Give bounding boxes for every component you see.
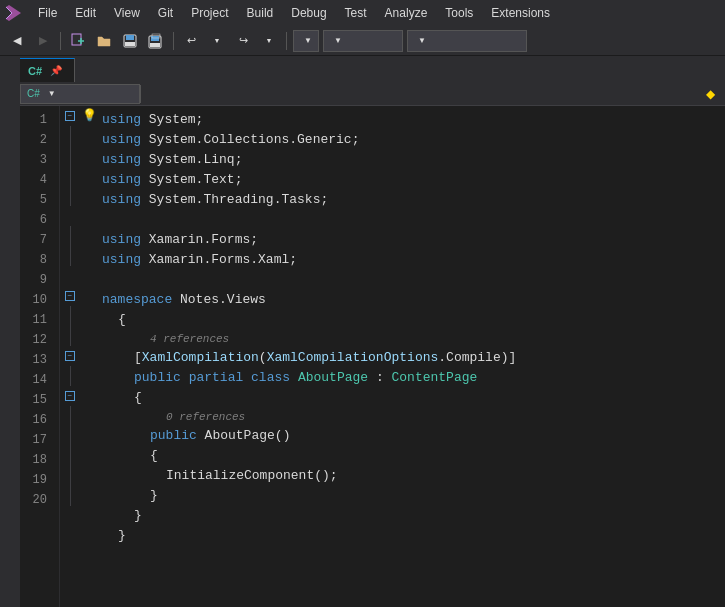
code-line-12[interactable]: [XamlCompilation(XamlCompilationOptions.… (98, 348, 725, 368)
undo-dropdown[interactable]: ▼ (206, 30, 228, 52)
gutter-cell-13[interactable]: − (60, 346, 80, 366)
code-line-8[interactable]: using Xamarin.Forms.Xaml; (98, 250, 725, 270)
token: Notes.Views (172, 290, 266, 310)
code-line-19[interactable]: } (98, 506, 725, 526)
token: } (150, 486, 158, 506)
nav-type-arrow: ▼ (48, 89, 56, 98)
code-line-4[interactable]: using System.Text; (98, 170, 725, 190)
line-group-15: 0 referencespublic AboutPage() (98, 408, 725, 446)
code-line-14[interactable]: { (98, 388, 725, 408)
gutter-line-18 (70, 446, 71, 466)
gutter-cell-20 (60, 486, 80, 506)
bulb-cell-17 (80, 426, 98, 446)
redo-dropdown[interactable]: ▼ (258, 30, 280, 52)
line-number-11: 11 (24, 310, 51, 330)
menu-item-file[interactable]: File (30, 0, 65, 26)
menu-item-debug[interactable]: Debug (283, 0, 334, 26)
line-number-14: 14 (24, 370, 51, 390)
bulb-cell-19 (80, 466, 98, 486)
save-all-button[interactable] (145, 30, 167, 52)
toolbox-sidebar[interactable] (0, 56, 20, 607)
gutter-cell-1[interactable]: − (60, 106, 80, 126)
token: System.Linq; (141, 150, 242, 170)
project-dropdown[interactable]: ▼ (407, 30, 527, 52)
menu-item-analyze[interactable]: Analyze (377, 0, 436, 26)
menu-bar: // Render menu items (function() { const… (0, 0, 725, 26)
redo-button[interactable]: ↪ (232, 30, 254, 52)
code-line-2[interactable]: using System.Collections.Generic; (98, 130, 725, 150)
token: using (102, 250, 141, 270)
svg-rect-5 (125, 42, 135, 46)
gutter-cell-11 (60, 306, 80, 326)
line-number-4: 4 (24, 170, 51, 190)
tab-pin-icon[interactable]: 📌 (50, 65, 62, 76)
gutter-cell-9 (60, 266, 80, 286)
code-line-20[interactable]: } (98, 526, 725, 546)
line-group-12: 4 references[XamlCompilation(XamlCompila… (98, 330, 725, 368)
line-number-3: 3 (24, 150, 51, 170)
line-number-1: 1 (24, 110, 51, 130)
line-number-12: 12 (24, 330, 51, 350)
menu-item-extensions[interactable]: Extensions (483, 0, 558, 26)
gutter: −−−− (60, 106, 80, 607)
code-line-10[interactable]: namespace Notes.Views (98, 290, 725, 310)
debug-config-dropdown[interactable]: ▼ (293, 30, 319, 52)
code-line-9[interactable] (98, 270, 725, 290)
bulb-cell-12 (80, 326, 98, 346)
line-number-17: 17 (24, 430, 51, 450)
platform-dropdown[interactable]: ▼ (323, 30, 403, 52)
code-line-11[interactable]: { (98, 310, 725, 330)
back-button[interactable]: ◀ (6, 30, 28, 52)
code-line-13[interactable]: public partial class AboutPage : Content… (98, 368, 725, 388)
save-button[interactable] (119, 30, 141, 52)
token: System.Collections.Generic; (141, 130, 359, 150)
code-line-16[interactable]: { (98, 446, 725, 466)
code-line-3[interactable]: using System.Linq; (98, 150, 725, 170)
gutter-cell-15[interactable]: − (60, 386, 80, 406)
code-line-17[interactable]: InitializeComponent(); (98, 466, 725, 486)
menu-item-git[interactable]: Git (150, 0, 181, 26)
code-line-6[interactable] (98, 210, 725, 230)
menu-item-project[interactable]: Project (183, 0, 236, 26)
collapse-btn-10[interactable]: − (65, 291, 75, 301)
collapse-btn-15[interactable]: − (65, 391, 75, 401)
collapse-btn-13[interactable]: − (65, 351, 75, 361)
tab-aboutpage[interactable]: C# 📌 (20, 58, 75, 82)
open-button[interactable] (93, 30, 115, 52)
gutter-cell-17 (60, 426, 80, 446)
gutter-cell-18 (60, 446, 80, 466)
menu-item-view[interactable]: View (106, 0, 148, 26)
gutter-line-4 (70, 166, 71, 186)
token: InitializeComponent(); (166, 466, 338, 486)
menu-item-test[interactable]: Test (337, 0, 375, 26)
gutter-line-8 (70, 246, 71, 266)
code-line-1[interactable]: using System; (98, 110, 725, 130)
code-line-18[interactable]: } (98, 486, 725, 506)
bulb-col: 💡 (80, 106, 98, 607)
token: using (102, 130, 141, 150)
gutter-cell-10[interactable]: − (60, 286, 80, 306)
code-editor[interactable]: 1234567891011121314151617181920 −−−− 💡 u… (20, 106, 725, 607)
menu-item-build[interactable]: Build (239, 0, 282, 26)
menu-item-tools[interactable]: Tools (437, 0, 481, 26)
token: Xamarin.Forms; (141, 230, 258, 250)
code-line-5[interactable]: using System.Threading.Tasks; (98, 190, 725, 210)
line-number-9: 9 (24, 270, 51, 290)
token: using (102, 190, 141, 210)
menu-item-edit[interactable]: Edit (67, 0, 104, 26)
token: namespace (102, 290, 172, 310)
nav-type-dropdown[interactable]: C# ▼ (20, 84, 140, 104)
code-line-15[interactable]: public AboutPage() (98, 426, 725, 446)
tab-bar: C# 📌 (20, 56, 725, 82)
bulb-cell-1[interactable]: 💡 (80, 106, 98, 126)
code-content[interactable]: using System;using System.Collections.Ge… (98, 106, 725, 607)
collapse-btn-1[interactable]: − (65, 111, 75, 121)
new-project-button[interactable] (67, 30, 89, 52)
ref-hint-15: 0 references (98, 408, 725, 426)
forward-button[interactable]: ▶ (32, 30, 54, 52)
token: XamlCompilationOptions (267, 348, 439, 368)
gutter-cell-6 (60, 206, 80, 226)
folder-icon (96, 33, 112, 49)
undo-button[interactable]: ↩ (180, 30, 202, 52)
code-line-7[interactable]: using Xamarin.Forms; (98, 230, 725, 250)
